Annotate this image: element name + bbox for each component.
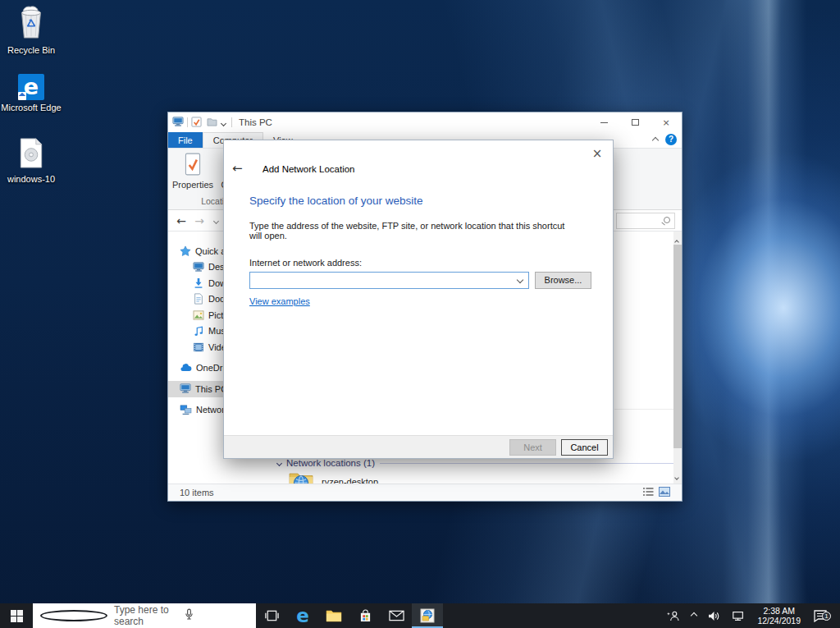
windows-logo-icon — [11, 610, 23, 622]
next-button[interactable]: Next — [509, 439, 556, 456]
network-wizard-icon — [420, 608, 435, 623]
tab-file[interactable]: File — [168, 132, 203, 148]
status-bar: 10 items — [168, 484, 682, 501]
document-icon — [193, 293, 204, 305]
network-status-icon[interactable] — [726, 611, 751, 621]
address-input[interactable] — [252, 273, 513, 287]
explorer-search-box[interactable] — [616, 213, 675, 229]
desktop-icon-label: Microsoft Edge — [0, 103, 62, 112]
taskbar-network-wizard-button[interactable] — [412, 603, 443, 628]
desktop: Recycle Bin e Microsoft Edge windows-10 — [0, 0, 840, 628]
minimize-button[interactable] — [588, 112, 619, 132]
window-title: This PC — [239, 117, 272, 127]
cancel-button[interactable]: Cancel — [561, 439, 608, 456]
task-view-icon — [265, 610, 279, 621]
this-pc-icon — [172, 117, 184, 129]
system-tray: 2:38 AM 12/24/2019 1 — [660, 603, 840, 628]
clock[interactable]: 2:38 AM 12/24/2019 — [751, 606, 807, 626]
dialog-heading: Specify the location of your website — [249, 195, 423, 207]
search-icon — [664, 217, 670, 223]
volume-icon[interactable] — [702, 611, 726, 621]
desktop-icon-label: Recycle Bin — [0, 45, 62, 55]
view-examples-link[interactable]: View examples — [249, 296, 310, 306]
explorer-titlebar: This PC × — [168, 112, 682, 132]
dialog-close-icon[interactable]: × — [589, 145, 605, 162]
hidden-icons-chevron[interactable] — [686, 613, 702, 618]
qat-properties-icon[interactable] — [191, 117, 202, 129]
dialog-back-icon[interactable]: ← — [232, 161, 243, 176]
recent-locations-icon[interactable] — [209, 210, 222, 231]
properties-button[interactable]: Properties — [171, 152, 214, 190]
shortcut-arrow-icon — [18, 92, 26, 100]
ribbon-collapse-icon[interactable] — [653, 135, 658, 144]
folder-icon — [326, 609, 342, 622]
mail-icon — [389, 610, 404, 621]
scrollbar-thumb[interactable] — [673, 245, 682, 448]
star-icon — [180, 245, 191, 257]
network-icon — [180, 405, 192, 415]
disc-image-file-icon — [19, 157, 43, 171]
back-icon[interactable]: ← — [173, 210, 189, 231]
download-arrow-icon — [193, 277, 204, 289]
search-placeholder: Type here to search — [114, 604, 178, 627]
notification-badge: 1 — [822, 612, 831, 621]
group-separator — [614, 409, 675, 410]
taskbar-mail-button[interactable] — [381, 603, 412, 628]
dialog-description: Type the address of the website, FTP sit… — [249, 221, 578, 241]
taskbar-edge-button[interactable]: e — [287, 603, 318, 628]
browse-button[interactable]: Browse... — [535, 272, 591, 289]
tray-time: 2:38 AM — [757, 606, 801, 616]
group-header-network-locations[interactable]: Network locations (1) — [277, 458, 676, 468]
desktop-icon-windows-10[interactable]: windows-10 — [0, 138, 62, 184]
taskbar: Type here to search e — [0, 603, 840, 628]
tray-date: 12/24/2019 — [757, 616, 801, 626]
desktop-icon-microsoft-edge[interactable]: e Microsoft Edge — [0, 74, 62, 112]
monitor-icon — [180, 383, 191, 394]
dialog-footer: Next Cancel — [224, 435, 613, 458]
properties-icon — [182, 168, 203, 178]
combo-dropdown-icon[interactable] — [517, 277, 523, 283]
monitor-icon — [193, 262, 204, 273]
people-icon[interactable] — [660, 611, 686, 621]
taskbar-file-explorer-button[interactable] — [318, 603, 349, 628]
recycle-bin-icon — [16, 28, 47, 42]
address-combobox[interactable] — [249, 272, 529, 289]
film-icon — [193, 342, 204, 352]
cloud-icon — [180, 364, 192, 372]
forward-icon[interactable]: → — [191, 210, 208, 231]
music-note-icon — [193, 325, 204, 337]
qat-customize-dropdown-icon[interactable] — [221, 117, 226, 127]
dialog-title: Add Network Location — [262, 164, 355, 174]
help-icon[interactable]: ? — [665, 134, 677, 145]
desktop-icon-recycle-bin[interactable]: Recycle Bin — [0, 5, 62, 55]
taskbar-search[interactable]: Type here to search — [33, 603, 256, 628]
collapse-chevron-icon — [276, 460, 282, 465]
taskbar-store-button[interactable] — [349, 603, 381, 628]
add-network-location-dialog: × ← Add Network Location Specify the loc… — [223, 140, 614, 459]
close-button[interactable]: × — [651, 112, 682, 132]
edge-icon: e — [296, 605, 309, 626]
cortana-icon — [40, 610, 107, 621]
address-label: Internet or network address: — [249, 258, 362, 268]
scroll-down-icon[interactable] — [675, 471, 678, 481]
qat-new-folder-icon[interactable] — [207, 117, 217, 128]
desktop-icon-label: windows-10 — [0, 174, 62, 184]
details-view-icon[interactable] — [643, 487, 654, 498]
picture-icon — [193, 310, 204, 320]
action-center-button[interactable]: 1 — [807, 609, 836, 622]
edge-icon: e — [18, 74, 44, 100]
microphone-icon[interactable] — [185, 608, 249, 623]
maximize-button[interactable] — [619, 112, 651, 132]
vertical-scrollbar[interactable] — [673, 231, 682, 485]
store-icon — [359, 609, 372, 623]
large-icons-view-icon[interactable] — [659, 487, 670, 498]
task-view-button[interactable] — [256, 603, 287, 628]
start-button[interactable] — [0, 603, 33, 628]
item-count: 10 items — [180, 488, 214, 497]
